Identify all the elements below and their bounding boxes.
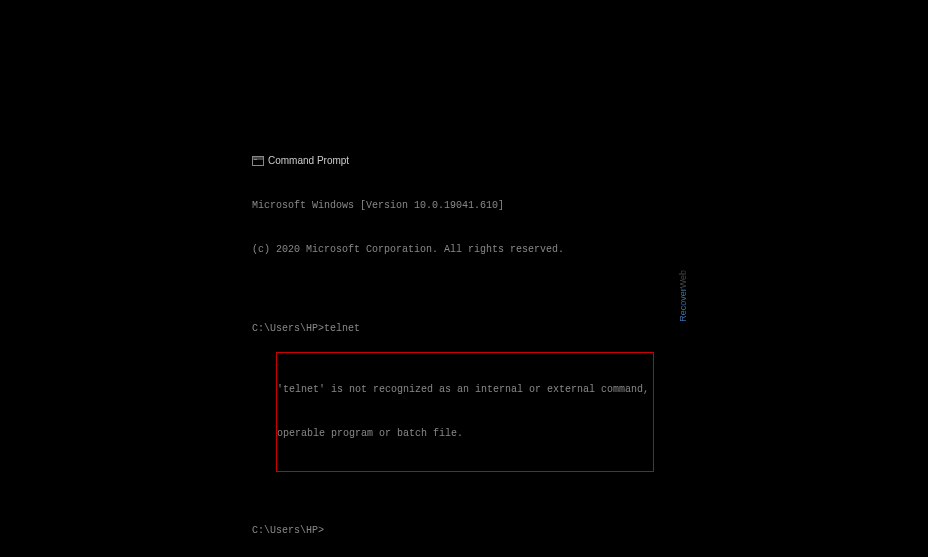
error-highlight-box: 'telnet' is not recognized as an interna… xyxy=(276,352,654,472)
error-line-2: operable program or batch file. xyxy=(277,427,649,442)
prompt-path: C:\Users\HP> xyxy=(252,323,324,334)
watermark-part1: Recover xyxy=(678,288,688,322)
prompt-command: telnet xyxy=(324,323,360,334)
window-title-bar: Command Prompt xyxy=(252,155,654,166)
error-line-1: 'telnet' is not recognized as an interna… xyxy=(277,383,649,398)
version-line: Microsoft Windows [Version 10.0.19041.61… xyxy=(252,199,654,214)
prompt-path-2: C:\Users\HP> xyxy=(252,525,324,536)
terminal-output[interactable]: Microsoft Windows [Version 10.0.19041.61… xyxy=(252,170,654,557)
prompt-line-2[interactable]: C:\Users\HP> xyxy=(252,524,654,539)
window-title: Command Prompt xyxy=(268,155,349,166)
cmd-icon xyxy=(252,156,264,166)
copyright-line: (c) 2020 Microsoft Corporation. All righ… xyxy=(252,243,654,258)
watermark-part2: Web xyxy=(678,270,688,288)
command-prompt-window[interactable]: Command Prompt Microsoft Windows [Versio… xyxy=(252,155,654,557)
prompt-line-1: C:\Users\HP>telnet xyxy=(252,322,654,337)
watermark: RecoverWeb xyxy=(678,270,688,322)
